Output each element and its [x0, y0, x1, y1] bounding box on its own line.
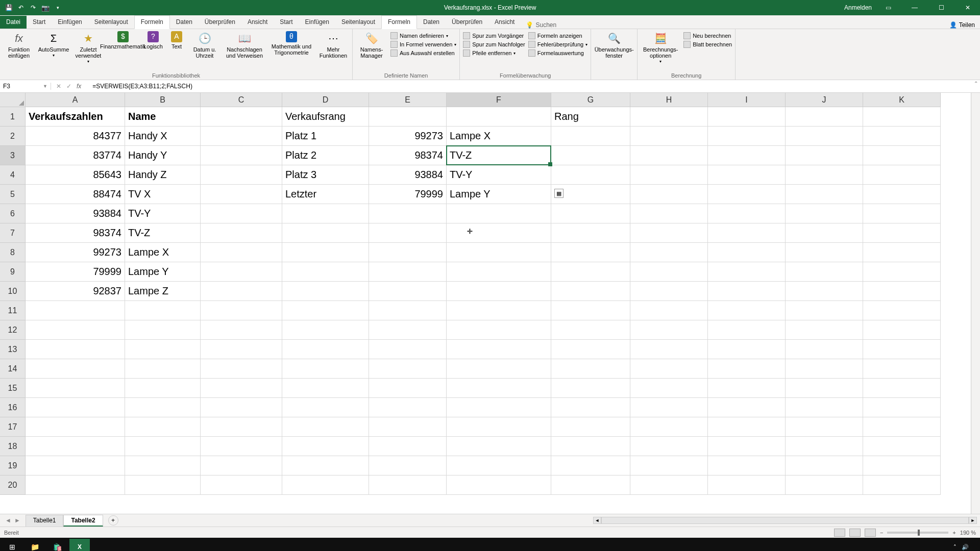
file-explorer-icon[interactable]: 📁: [24, 539, 45, 551]
page-layout-view-button[interactable]: [849, 529, 861, 537]
cell-D16[interactable]: [282, 398, 369, 417]
row-header-3[interactable]: 3: [0, 146, 26, 165]
row-header-13[interactable]: 13: [0, 340, 26, 359]
cell-I18[interactable]: [708, 437, 786, 456]
cell-F20[interactable]: [447, 475, 551, 495]
cell-A14[interactable]: [26, 359, 125, 379]
cell-E5[interactable]: 79999: [369, 185, 447, 204]
cell-F4[interactable]: TV-Y: [447, 165, 551, 185]
cell-D15[interactable]: [282, 379, 369, 398]
cell-J13[interactable]: [786, 340, 863, 359]
trace-dependents-button[interactable]: Spur zum Nachfolger: [463, 41, 525, 48]
cell-A17[interactable]: [26, 417, 125, 437]
cell-D9[interactable]: [282, 262, 369, 282]
cell-A8[interactable]: 99273: [26, 243, 125, 262]
cell-G20[interactable]: [551, 475, 630, 495]
select-all-corner[interactable]: [0, 93, 26, 107]
datetime-button[interactable]: 🕒Datum u. Uhrzeit: [189, 30, 220, 59]
cell-C7[interactable]: [201, 223, 282, 243]
cell-A18[interactable]: [26, 437, 125, 456]
cell-A13[interactable]: [26, 340, 125, 359]
sheet-tab-tabelle1[interactable]: Tabelle1: [26, 515, 64, 527]
formula-bar[interactable]: =SVERWEIS(E3;A3:B11;2;FALSCH): [89, 83, 980, 90]
page-break-view-button[interactable]: [865, 529, 876, 537]
cell-K10[interactable]: [863, 282, 941, 301]
cell-J1[interactable]: [786, 107, 863, 127]
cell-J11[interactable]: [786, 301, 863, 320]
cell-B1[interactable]: Name: [125, 107, 201, 127]
cell-D4[interactable]: Platz 3: [282, 165, 369, 185]
cell-G16[interactable]: [551, 398, 630, 417]
cell-I17[interactable]: [708, 417, 786, 437]
cell-B19[interactable]: [125, 456, 201, 475]
cell-D1[interactable]: Verkaufsrang: [282, 107, 369, 127]
cell-K2[interactable]: [863, 127, 941, 146]
cell-I6[interactable]: [708, 204, 786, 223]
row-header-17[interactable]: 17: [0, 417, 26, 437]
column-header-B[interactable]: B: [125, 93, 201, 107]
tab-seitenlayout[interactable]: Seitenlayout: [88, 16, 134, 29]
cell-I4[interactable]: [708, 165, 786, 185]
autofill-options-icon[interactable]: ▦: [554, 189, 564, 198]
cell-B16[interactable]: [125, 398, 201, 417]
cell-E12[interactable]: [369, 320, 447, 340]
column-header-H[interactable]: H: [630, 93, 708, 107]
row-header-7[interactable]: 7: [0, 223, 26, 243]
row-header-10[interactable]: 10: [0, 282, 26, 301]
cell-B8[interactable]: Lampe X: [125, 243, 201, 262]
cell-A7[interactable]: 98374: [26, 223, 125, 243]
row-header-19[interactable]: 19: [0, 456, 26, 475]
cell-C18[interactable]: [201, 437, 282, 456]
cell-I2[interactable]: [708, 127, 786, 146]
cell-G4[interactable]: [551, 165, 630, 185]
cell-D14[interactable]: [282, 359, 369, 379]
cell-F5[interactable]: Lampe Y: [447, 185, 551, 204]
row-header-18[interactable]: 18: [0, 437, 26, 456]
cell-J2[interactable]: [786, 127, 863, 146]
tab-formeln[interactable]: Formeln: [134, 15, 170, 29]
cell-J10[interactable]: [786, 282, 863, 301]
cell-H14[interactable]: [630, 359, 708, 379]
cell-K20[interactable]: [863, 475, 941, 495]
row-header-4[interactable]: 4: [0, 165, 26, 185]
cell-B2[interactable]: Handy X: [125, 127, 201, 146]
column-header-D[interactable]: D: [282, 93, 369, 107]
cell-I5[interactable]: [708, 185, 786, 204]
start-button[interactable]: ⊞: [2, 539, 22, 551]
save-icon[interactable]: 💾: [4, 3, 13, 12]
minimize-icon[interactable]: —: [904, 0, 925, 15]
chevron-down-icon[interactable]: ▼: [43, 84, 47, 89]
tell-me[interactable]: 💡Suchen: [521, 21, 561, 29]
cell-F18[interactable]: [447, 437, 551, 456]
cell-H12[interactable]: [630, 320, 708, 340]
cell-D12[interactable]: [282, 320, 369, 340]
more-functions-button[interactable]: ⋯Mehr Funktionen: [317, 30, 349, 59]
sheet-nav-next-icon[interactable]: ►: [14, 517, 20, 524]
row-header-9[interactable]: 9: [0, 262, 26, 282]
cell-J15[interactable]: [786, 379, 863, 398]
logical-button[interactable]: ?Logisch: [142, 30, 164, 49]
cell-H16[interactable]: [630, 398, 708, 417]
cell-B4[interactable]: Handy Z: [125, 165, 201, 185]
cell-H3[interactable]: [630, 146, 708, 165]
fx-icon[interactable]: fx: [77, 83, 84, 90]
cell-G12[interactable]: [551, 320, 630, 340]
cell-C16[interactable]: [201, 398, 282, 417]
cell-E7[interactable]: [369, 223, 447, 243]
worksheet-grid[interactable]: ABCDEFGHIJK 1VerkaufszahlenNameVerkaufsr…: [0, 93, 980, 514]
cell-H17[interactable]: [630, 417, 708, 437]
cell-C17[interactable]: [201, 417, 282, 437]
row-header-2[interactable]: 2: [0, 127, 26, 146]
camera-icon[interactable]: 📷: [41, 3, 50, 12]
redo-icon[interactable]: ↷: [29, 3, 38, 12]
cell-K17[interactable]: [863, 417, 941, 437]
cell-K13[interactable]: [863, 340, 941, 359]
excel-taskbar-icon[interactable]: X: [69, 539, 90, 551]
cell-D6[interactable]: [282, 204, 369, 223]
cell-D20[interactable]: [282, 475, 369, 495]
cell-K4[interactable]: [863, 165, 941, 185]
tab-ansicht[interactable]: Ansicht: [488, 16, 521, 29]
cell-K8[interactable]: [863, 243, 941, 262]
column-header-K[interactable]: K: [863, 93, 941, 107]
text-button[interactable]: AText: [167, 30, 186, 49]
